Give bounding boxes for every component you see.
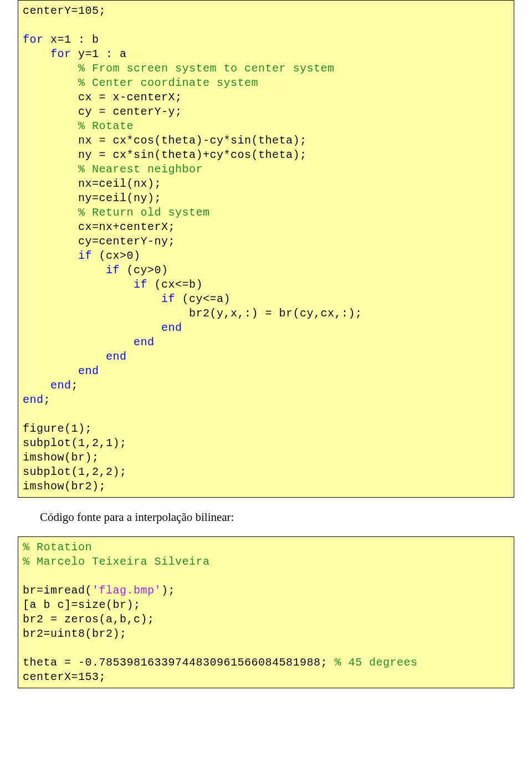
code-line: figure(1); <box>23 422 92 435</box>
code-text: (cx<=b) <box>147 278 203 291</box>
code-line: imshow(br); <box>23 451 99 464</box>
code-comment: % Nearest neighbor <box>78 163 203 176</box>
code-text: br=imread( <box>23 584 92 597</box>
code-text: ; <box>71 379 79 392</box>
code-keyword: if <box>134 278 147 291</box>
code-line: cx=nx+centerX; <box>78 221 175 233</box>
code-keyword: if <box>161 293 175 305</box>
code-comment: % Rotate <box>78 120 134 132</box>
code-text: x=1 : b <box>44 33 99 46</box>
code-line: centerX=153; <box>23 671 106 683</box>
code-line: cy=centerY-ny; <box>78 235 175 248</box>
code-text: (cx>0) <box>92 249 141 262</box>
code-comment: % Marcelo Teixeira Silveira <box>23 555 210 568</box>
code-keyword: end <box>161 321 182 334</box>
code-line: centerY=105; <box>23 4 106 17</box>
code-line: br2=uint8(br2); <box>23 627 127 640</box>
code-text: ); <box>161 584 175 597</box>
code-line: subplot(1,2,1); <box>23 437 127 449</box>
code-line: cy = centerY-y; <box>78 105 182 118</box>
code-block-1: centerY=105; for x=1 : b for y=1 : a % F… <box>18 0 514 498</box>
code-keyword: end <box>134 336 155 349</box>
code-keyword: if <box>106 264 120 277</box>
code-line: [a b c]=size(br); <box>23 599 141 611</box>
code-text: ; <box>44 393 51 406</box>
code-line: imshow(br2); <box>23 480 106 493</box>
code-line: nx=ceil(nx); <box>78 177 161 190</box>
code-text: (cy>0) <box>120 264 168 277</box>
code-line: ny = cx*sin(theta)+cy*cos(theta); <box>78 149 307 161</box>
paragraph: Código fonte para a interpolação bilinea… <box>40 509 514 526</box>
code-line: cx = x-centerX; <box>78 91 182 104</box>
code-text: y=1 : a <box>71 48 127 60</box>
code-text: theta = -0.78539816339744830961566084581… <box>23 656 335 669</box>
code-keyword: end <box>50 379 71 392</box>
code-keyword: end <box>78 365 99 377</box>
code-keyword: for <box>23 33 44 46</box>
code-comment: % Center coordinate system <box>78 76 258 89</box>
code-comment: % 45 degrees <box>335 656 418 669</box>
code-keyword: if <box>78 249 92 262</box>
code-keyword: for <box>50 48 71 60</box>
code-string: 'flag.bmp' <box>92 584 161 597</box>
code-line: br2(y,x,:) = br(cy,cx,:); <box>189 307 362 320</box>
code-line: nx = cx*cos(theta)-cy*sin(theta); <box>78 134 307 147</box>
page-content: centerY=105; for x=1 : b for y=1 : a % F… <box>0 0 532 722</box>
code-comment: % Rotation <box>23 541 92 554</box>
code-comment: % From screen system to center system <box>78 62 335 75</box>
code-comment: % Return old system <box>78 206 210 219</box>
code-keyword: end <box>106 350 127 363</box>
code-line: br2 = zeros(a,b,c); <box>23 613 155 626</box>
code-text: (cy<=a) <box>175 293 231 305</box>
code-block-2: % Rotation % Marcelo Teixeira Silveira b… <box>18 536 514 688</box>
code-line: subplot(1,2,2); <box>23 466 127 478</box>
code-line: ny=ceil(ny); <box>78 192 161 204</box>
code-keyword: end <box>23 393 44 406</box>
